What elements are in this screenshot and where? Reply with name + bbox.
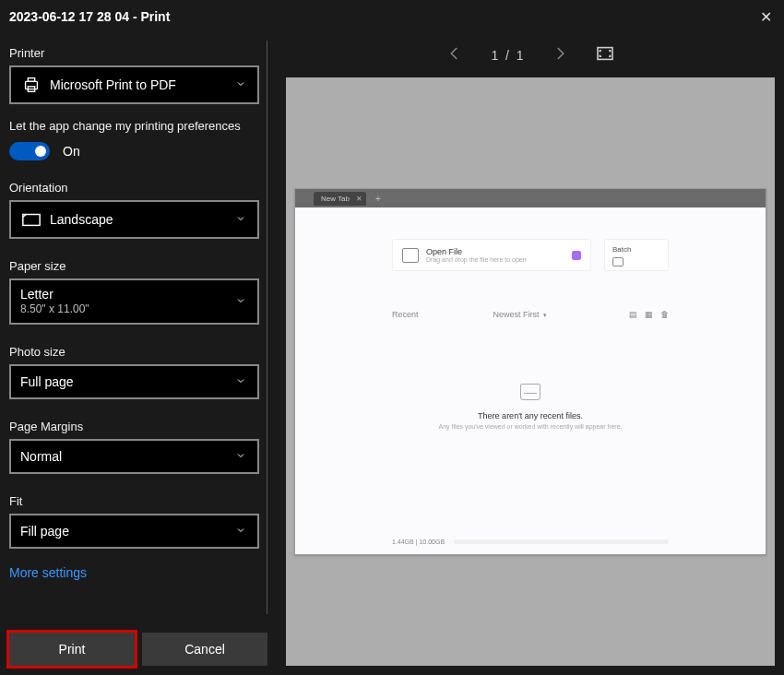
chevron-down-icon: [235, 523, 248, 539]
square-icon: [572, 251, 581, 260]
app-pref-toggle[interactable]: [9, 142, 50, 160]
inbox-icon: [520, 384, 540, 400]
app-pref-state: On: [63, 144, 80, 159]
fit-to-page-button[interactable]: [596, 46, 614, 65]
fit-value: Fill page: [20, 524, 235, 539]
window-title: 2023-06-12 17 28 04 - Print: [9, 9, 170, 24]
cancel-button[interactable]: Cancel: [142, 633, 267, 666]
page-margins-label: Page Margins: [9, 420, 259, 433]
app-pref-label: Let the app change my printing preferenc…: [9, 119, 259, 133]
fit-label: Fit: [9, 494, 259, 508]
landscape-icon: [20, 209, 42, 230]
orientation-label: Orientation: [9, 181, 259, 195]
chevron-down-icon: [235, 211, 248, 228]
orientation-select[interactable]: Landscape: [9, 200, 259, 239]
sort-label: Newest First: [493, 310, 540, 319]
close-button[interactable]: ✕: [756, 8, 775, 26]
printer-label: Printer: [9, 46, 259, 60]
recent-label: Recent: [392, 310, 419, 319]
plus-icon: +: [375, 194, 381, 204]
preview-toolbar: 1 / 1: [286, 33, 775, 77]
empty-state: There aren't any recent files. Any files…: [392, 384, 669, 430]
page-indicator: 1 / 1: [491, 48, 523, 63]
preview-tabbar: New Tab ✕ +: [295, 189, 766, 207]
page-preview: New Tab ✕ + Open File Drag and drop the …: [294, 188, 766, 555]
batch-card: Batch: [604, 239, 669, 271]
folder-icon: [402, 248, 419, 263]
preview-tab: New Tab ✕: [314, 192, 366, 206]
open-file-card: Open File Drag and drop the file here to…: [392, 239, 591, 271]
fit-select[interactable]: Fill page: [9, 514, 259, 549]
view-icons: ▤▦🗑: [622, 310, 669, 319]
svg-rect-0: [26, 81, 38, 89]
orientation-value: Landscape: [50, 212, 235, 227]
paper-size-dimensions: 8.50" x 11.00": [20, 302, 235, 315]
batch-icon: [612, 257, 624, 266]
storage-bar: [454, 539, 669, 544]
chevron-down-icon: [235, 373, 248, 390]
printer-select[interactable]: Microsoft Print to PDF: [9, 65, 259, 104]
photo-size-select[interactable]: Full page: [9, 364, 259, 399]
page-margins-select[interactable]: Normal: [9, 439, 259, 474]
chevron-down-icon: [235, 293, 248, 310]
close-icon: ✕: [356, 195, 362, 203]
print-button[interactable]: Print: [9, 633, 135, 666]
svg-rect-3: [23, 215, 40, 226]
more-settings-link[interactable]: More settings: [9, 565, 259, 580]
preview-area: New Tab ✕ + Open File Drag and drop the …: [286, 77, 775, 666]
printer-icon: [20, 75, 42, 95]
previous-page-button[interactable]: [446, 45, 463, 65]
photo-size-label: Photo size: [9, 345, 259, 359]
storage-text: 1.44GB | 10.00GB: [392, 539, 445, 545]
paper-size-label: Paper size: [9, 259, 259, 273]
chevron-down-icon: [235, 77, 248, 93]
page-margins-value: Normal: [20, 449, 235, 464]
paper-size-select[interactable]: Letter 8.50" x 11.00": [9, 278, 259, 325]
svg-rect-4: [598, 48, 612, 60]
next-page-button[interactable]: [552, 45, 568, 65]
printer-value: Microsoft Print to PDF: [50, 77, 235, 92]
chevron-down-icon: [235, 448, 248, 465]
photo-size-value: Full page: [20, 374, 235, 389]
paper-size-value: Letter: [20, 288, 235, 302]
svg-rect-1: [28, 78, 34, 82]
